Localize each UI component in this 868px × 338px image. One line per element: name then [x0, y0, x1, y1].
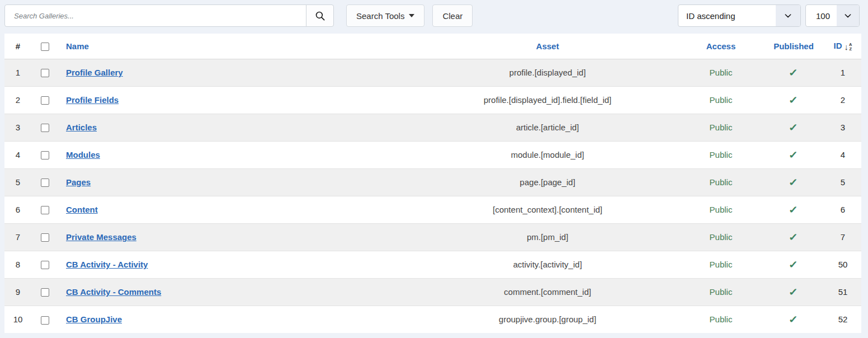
row-name-cell: Private Messages: [58, 223, 416, 251]
row-number: 6: [4, 196, 31, 223]
row-name-cell: Articles: [58, 114, 416, 141]
gallery-name-link[interactable]: Content: [66, 205, 98, 214]
published-check-icon[interactable]: ✓: [789, 231, 798, 243]
table-row: 5 Pages page.[page_id] Public ✓ 5: [4, 168, 861, 196]
row-asset: article.[article_id]: [416, 114, 679, 141]
row-id: 7: [824, 223, 861, 251]
row-published-cell: ✓: [763, 306, 824, 333]
row-checkbox-cell: [31, 86, 58, 114]
row-checkbox[interactable]: [41, 233, 49, 242]
gallery-name-link[interactable]: Modules: [66, 150, 100, 159]
limit-select-value: 100: [806, 5, 837, 26]
row-checkbox[interactable]: [41, 179, 49, 187]
published-check-icon[interactable]: ✓: [789, 94, 798, 106]
header-access-sort-link[interactable]: Access: [706, 41, 736, 51]
gallery-name-link[interactable]: Profile Gallery: [66, 68, 123, 77]
row-access: Public: [679, 251, 763, 278]
clear-label: Clear: [442, 11, 463, 21]
search-tools-button[interactable]: Search Tools: [346, 4, 424, 27]
clear-button[interactable]: Clear: [432, 4, 473, 27]
gallery-name-link[interactable]: Private Messages: [66, 232, 136, 242]
gallery-name-link[interactable]: Pages: [66, 177, 91, 187]
gallery-name-link[interactable]: CB Activity - Activity: [66, 260, 148, 269]
row-checkbox[interactable]: [41, 124, 49, 132]
published-check-icon[interactable]: ✓: [789, 204, 798, 216]
search-button[interactable]: [306, 4, 334, 27]
limit-select[interactable]: 100: [805, 4, 860, 27]
row-asset: comment.[comment_id]: [416, 278, 679, 306]
search-input[interactable]: [4, 4, 306, 27]
chevron-down-icon: [837, 5, 859, 26]
row-number: 9: [4, 278, 31, 306]
row-published-cell: ✓: [763, 168, 824, 196]
select-all-checkbox-cell: [31, 34, 58, 59]
published-check-icon[interactable]: ✓: [789, 149, 798, 161]
galleries-table: # Name Asset Access Published ID↓AZ: [4, 34, 861, 333]
table-row: 2 Profile Fields profile.[displayed_id].…: [4, 86, 861, 114]
row-checkbox-cell: [31, 251, 58, 278]
row-published-cell: ✓: [763, 114, 824, 141]
row-access: Public: [679, 86, 763, 114]
row-published-cell: ✓: [763, 141, 824, 168]
row-id: 51: [824, 278, 861, 306]
header-asset-sort-link[interactable]: Asset: [536, 41, 559, 51]
header-published-sort-link[interactable]: Published: [773, 41, 814, 51]
sort-alpha-down-icon: ↓AZ: [845, 43, 852, 51]
row-checkbox[interactable]: [41, 261, 49, 269]
header-asset: Asset: [416, 34, 679, 59]
row-checkbox[interactable]: [41, 316, 49, 325]
row-checkbox[interactable]: [41, 151, 49, 159]
row-id: 4: [824, 141, 861, 168]
published-check-icon[interactable]: ✓: [789, 313, 798, 326]
row-number: 7: [4, 223, 31, 251]
row-checkbox[interactable]: [41, 288, 49, 297]
row-id: 2: [824, 86, 861, 114]
row-number: 10: [4, 306, 31, 333]
row-published-cell: ✓: [763, 196, 824, 223]
header-name: Name: [58, 34, 416, 59]
table-row: 10 CB GroupJive groupjive.group.[group_i…: [4, 306, 861, 333]
row-number: 5: [4, 168, 31, 196]
row-id: 50: [824, 251, 861, 278]
header-id-sort-link[interactable]: ID: [834, 41, 842, 50]
table-row: 4 Modules module.[module_id] Public ✓ 4: [4, 141, 861, 168]
search-icon: [315, 11, 326, 21]
row-asset: pm.[pm_id]: [416, 223, 679, 251]
row-id: 5: [824, 168, 861, 196]
row-checkbox-cell: [31, 114, 58, 141]
row-checkbox[interactable]: [41, 96, 49, 105]
row-name-cell: CB Activity - Comments: [58, 278, 416, 306]
header-name-sort-link[interactable]: Name: [66, 41, 89, 51]
row-id: 1: [824, 59, 861, 86]
published-check-icon[interactable]: ✓: [789, 259, 798, 271]
row-checkbox-cell: [31, 278, 58, 306]
caret-down-icon: [409, 14, 414, 17]
row-checkbox[interactable]: [41, 69, 49, 77]
select-all-checkbox[interactable]: [41, 43, 49, 51]
row-asset: profile.[displayed_id]: [416, 59, 679, 86]
gallery-name-link[interactable]: Articles: [66, 123, 97, 132]
published-check-icon[interactable]: ✓: [789, 176, 798, 189]
toolbar-right: ID ascending 100: [678, 4, 860, 27]
row-published-cell: ✓: [763, 59, 824, 86]
row-id: 3: [824, 114, 861, 141]
row-name-cell: Content: [58, 196, 416, 223]
header-access: Access: [679, 34, 763, 59]
row-id: 52: [824, 306, 861, 333]
row-checkbox[interactable]: [41, 206, 49, 214]
row-access: Public: [679, 114, 763, 141]
row-checkbox-cell: [31, 196, 58, 223]
table-row: 7 Private Messages pm.[pm_id] Public ✓ 7: [4, 223, 861, 251]
row-number: 8: [4, 251, 31, 278]
gallery-name-link[interactable]: CB Activity - Comments: [66, 287, 161, 297]
gallery-name-link[interactable]: CB GroupJive: [66, 314, 122, 324]
published-check-icon[interactable]: ✓: [789, 67, 798, 79]
row-access: Public: [679, 223, 763, 251]
gallery-name-link[interactable]: Profile Fields: [66, 95, 119, 105]
order-select[interactable]: ID ascending: [678, 4, 801, 27]
published-check-icon[interactable]: ✓: [789, 121, 798, 134]
row-asset: page.[page_id]: [416, 168, 679, 196]
row-asset: profile.[displayed_id].field.[field_id]: [416, 86, 679, 114]
row-asset: module.[module_id]: [416, 141, 679, 168]
published-check-icon[interactable]: ✓: [789, 286, 798, 298]
